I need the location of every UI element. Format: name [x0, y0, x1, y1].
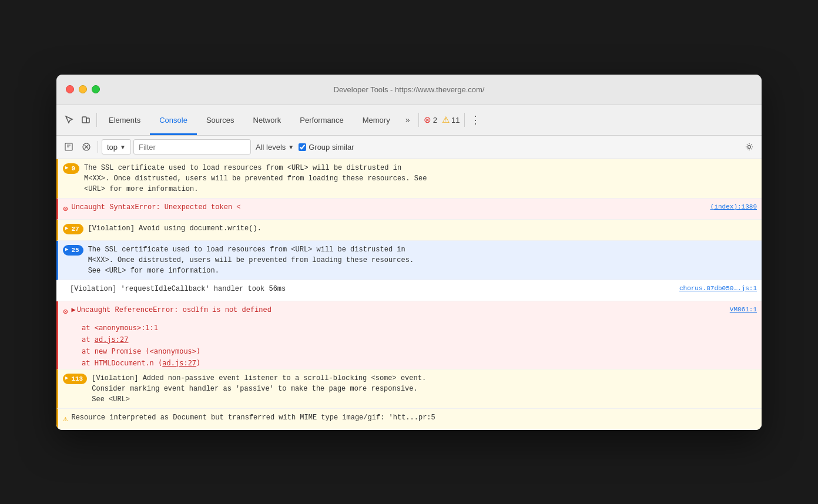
devtools-window: Developer Tools - https://www.theverge.c…	[56, 75, 762, 430]
entry-text: Resource interpreted as Document but tra…	[71, 412, 757, 423]
console-toolbar: top ▼ All levels ▼ Group similar	[56, 136, 762, 159]
group-similar-toggle: Group similar	[299, 143, 354, 152]
console-settings-icon[interactable]	[742, 139, 757, 154]
error-icon: ⊗	[63, 203, 68, 216]
entry-source[interactable]: chorus.87db050….js:1	[679, 284, 757, 294]
entry-text: Uncaught ReferenceError: osdlfm is not d…	[77, 305, 725, 315]
levels-dropdown[interactable]: All levels ▼	[253, 143, 296, 152]
console-entry-error-2: ⊗ ▶ Uncaught ReferenceError: osdlfm is n…	[56, 301, 762, 369]
stack-line-1: at <anonymous>:1:1	[58, 322, 163, 334]
traffic-lights	[66, 85, 100, 93]
console-entry-info-1: ▶ 25 The SSL certificate used to load re…	[56, 241, 762, 280]
clear-console-button[interactable]	[79, 139, 94, 154]
console-entry-warn-2: ▶ 27 [Violation] Avoid using document.wr…	[56, 220, 762, 241]
play-icon: ▶	[65, 375, 68, 383]
play-icon: ▶	[65, 164, 68, 173]
minimize-button[interactable]	[79, 85, 87, 93]
stack-link[interactable]: ad.js:27	[95, 335, 129, 344]
entry-count-badge[interactable]: ▶ 9	[63, 163, 79, 174]
warning-icon: ⚠	[442, 115, 450, 125]
toolbar-divider-2	[418, 113, 419, 127]
svg-rect-0	[82, 117, 86, 123]
entry-text: [Violation] Added non-passive event list…	[92, 373, 757, 405]
console-entry-warn-4: ⚠ Resource interpreted as Document but t…	[56, 409, 762, 430]
group-similar-checkbox[interactable]	[299, 143, 306, 151]
console-divider-1	[98, 141, 98, 153]
stack-line-3: at new Promise (<anonymous>)	[58, 345, 205, 357]
chevron-down-icon: ▼	[120, 144, 126, 150]
more-tabs-button[interactable]: »	[400, 112, 416, 128]
entry-source[interactable]: VM861:1	[730, 305, 757, 315]
window-title: Developer Tools - https://www.theverge.c…	[334, 85, 485, 94]
entry-count-badge[interactable]: ▶ 27	[63, 224, 83, 235]
expand-icon[interactable]: ▶	[71, 305, 75, 315]
error-icon: ⊗	[63, 306, 68, 318]
maximize-button[interactable]	[92, 85, 100, 93]
context-selector[interactable]: top ▼	[102, 139, 131, 154]
inspect-element-icon[interactable]	[61, 112, 78, 128]
stack-line-2: at ad.js:27	[58, 334, 133, 345]
toolbar-divider-3	[464, 113, 465, 127]
tab-elements[interactable]: Elements	[99, 105, 150, 135]
tab-network[interactable]: Network	[244, 105, 291, 135]
tab-memory[interactable]: Memory	[353, 105, 400, 135]
more-options-button[interactable]: ⋮	[467, 112, 484, 128]
console-entry-error-1: ⊗ Uncaught SyntaxError: Unexpected token…	[56, 199, 762, 220]
play-icon: ▶	[65, 246, 68, 254]
error-count: ⊗ 2	[424, 115, 437, 125]
svg-point-4	[748, 146, 751, 149]
entry-text: [Violation] Avoid using document.write()…	[88, 223, 757, 234]
stack-link-2[interactable]: ad.js:27	[162, 359, 196, 367]
warn-icon: ⚠	[63, 413, 68, 425]
device-mode-icon[interactable]	[78, 112, 94, 128]
tab-console[interactable]: Console	[150, 105, 197, 135]
console-content: ▶ 9 The SSL certificate used to load res…	[56, 159, 762, 430]
warn-count: ⚠ 11	[442, 115, 460, 125]
entry-text: [Violation] 'requestIdleCallback' handle…	[70, 284, 675, 294]
play-icon: ▶	[65, 225, 68, 233]
entry-source[interactable]: (index):1389	[710, 202, 757, 212]
entry-text: The SSL certificate used to load resourc…	[88, 244, 757, 276]
console-entry-violation-1: [Violation] 'requestIdleCallback' handle…	[56, 280, 762, 301]
console-entry-warn-3: ▶ 113 [Violation] Added non-passive even…	[56, 369, 762, 409]
entry-text: Uncaught SyntaxError: Unexpected token <	[71, 202, 705, 213]
filter-input[interactable]	[133, 139, 251, 154]
error-badge: ⊗ 2 ⚠ 11	[424, 115, 460, 125]
tab-performance[interactable]: Performance	[290, 105, 353, 135]
close-button[interactable]	[66, 85, 74, 93]
stack-line-4: at HTMLDocument.n (ad.js:27)	[58, 357, 205, 369]
console-entry-warn-1: ▶ 9 The SSL certificate used to load res…	[56, 159, 762, 199]
entry-count-badge[interactable]: ▶ 25	[63, 245, 83, 256]
svg-rect-1	[86, 118, 89, 123]
tab-sources[interactable]: Sources	[197, 105, 244, 135]
title-bar: Developer Tools - https://www.theverge.c…	[56, 75, 762, 105]
error-icon: ⊗	[424, 115, 431, 125]
execute-button[interactable]	[61, 139, 76, 154]
main-toolbar: Elements Console Sources Network Perform…	[56, 105, 762, 136]
entry-text: The SSL certificate used to load resourc…	[84, 163, 757, 194]
toolbar-divider-1	[96, 113, 97, 127]
entry-count-badge[interactable]: ▶ 113	[63, 374, 87, 385]
levels-chevron-icon: ▼	[288, 144, 294, 150]
